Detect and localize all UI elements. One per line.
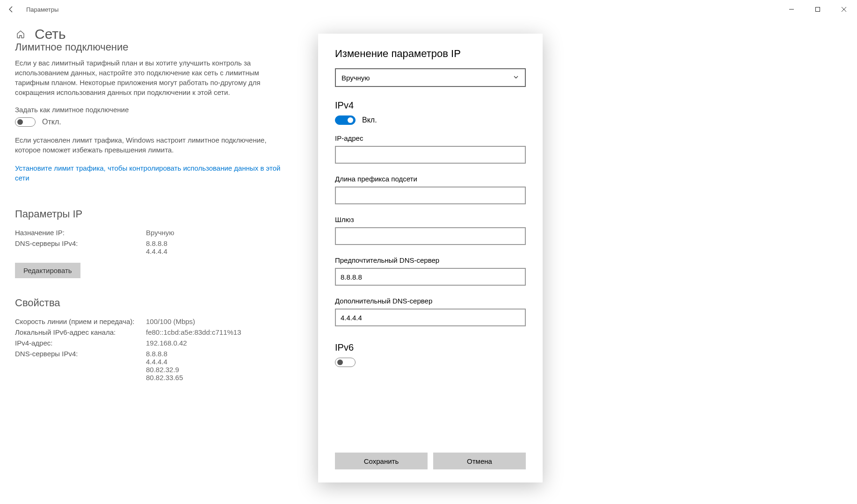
gateway-input[interactable] <box>335 227 526 245</box>
svg-rect-1 <box>816 7 820 12</box>
metered-desc: Если у вас лимитный тарифный план и вы х… <box>15 58 284 97</box>
home-icon[interactable] <box>15 29 26 40</box>
window-title: Параметры <box>26 6 58 13</box>
back-button[interactable] <box>4 2 19 17</box>
ipv4-toggle-state: Вкл. <box>362 116 377 124</box>
metered-toggle-label: Задать как лимитное подключение <box>15 106 284 114</box>
prop-row: Скорость линии (прием и передача):100/10… <box>15 317 284 325</box>
props-heading: Свойства <box>15 297 284 309</box>
close-button[interactable] <box>831 0 857 19</box>
edit-button[interactable]: Редактировать <box>15 263 80 278</box>
ip-param-row: Назначение IP:Вручную <box>15 229 284 237</box>
cancel-button[interactable]: Отмена <box>433 453 526 469</box>
modal-title: Изменение параметров IP <box>335 48 526 60</box>
chevron-down-icon <box>513 74 519 82</box>
ipv6-heading: IPv6 <box>335 342 526 353</box>
prop-row: Локальный IPv6-адрес канала:fe80::1cbd:a… <box>15 328 284 336</box>
maximize-button[interactable] <box>805 0 831 19</box>
ipv4-heading: IPv4 <box>335 100 526 111</box>
page-title: Сеть <box>35 26 66 42</box>
metered-toggle-state: Откл. <box>42 118 61 126</box>
dns2-input[interactable] <box>335 309 526 326</box>
ip-address-input[interactable] <box>335 146 526 164</box>
metered-desc2: Если установлен лимит трафика, Windows н… <box>15 135 284 155</box>
ip-mode-select[interactable]: Вручную <box>335 68 526 87</box>
save-button[interactable]: Сохранить <box>335 453 428 469</box>
metered-toggle[interactable] <box>15 117 36 127</box>
ip-settings-modal: Изменение параметров IP Вручную IPv4 Вкл… <box>318 34 543 482</box>
data-limit-link[interactable]: Установите лимит трафика, чтобы контроли… <box>15 163 284 183</box>
dns2-label: Дополнительный DNS-сервер <box>335 297 526 305</box>
metered-heading: Лимитное подключение <box>15 41 284 53</box>
ipv6-toggle[interactable] <box>335 358 356 367</box>
ipv4-toggle[interactable] <box>335 115 356 125</box>
ip-param-row: DNS-серверы IPv4:8.8.8.8 4.4.4.4 <box>15 239 284 255</box>
ip-params-heading: Параметры IP <box>15 208 284 220</box>
dns1-label: Предпочтительный DNS-сервер <box>335 256 526 264</box>
minimize-button[interactable] <box>778 0 805 19</box>
prefix-input[interactable] <box>335 187 526 204</box>
dns1-input[interactable] <box>335 268 526 286</box>
prefix-label: Длина префикса подсети <box>335 175 526 183</box>
prop-row: IPv4-адрес:192.168.0.42 <box>15 339 284 347</box>
prop-row: DNS-серверы IPv4:8.8.8.8 4.4.4.4 80.82.3… <box>15 350 284 382</box>
ip-mode-value: Вручную <box>341 74 370 82</box>
gateway-label: Шлюз <box>335 216 526 223</box>
ip-address-label: IP-адрес <box>335 134 526 142</box>
